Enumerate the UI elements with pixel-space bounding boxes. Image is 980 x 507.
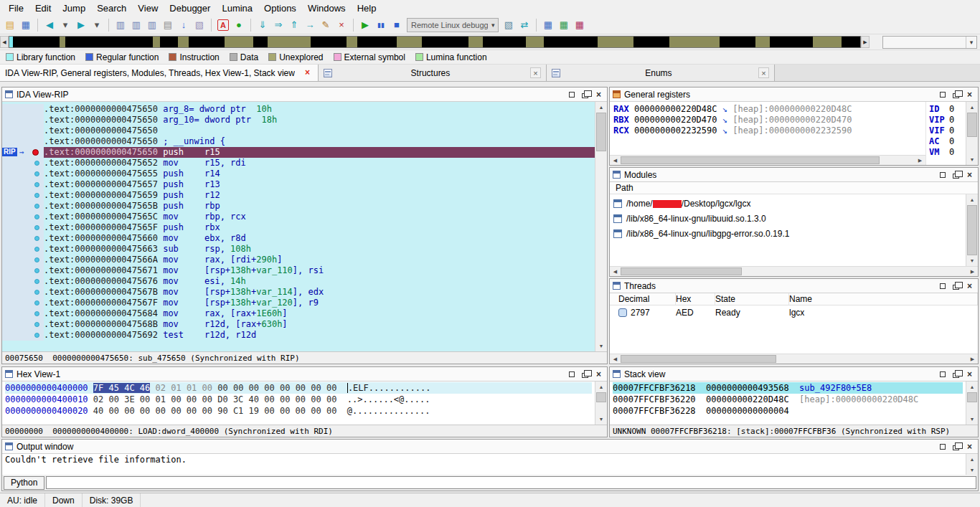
close-button[interactable]: ×: [964, 369, 975, 379]
close-button[interactable]: ×: [964, 89, 975, 100]
float-button[interactable]: [951, 369, 961, 379]
register-row[interactable]: RBX 000000000220D470 ↘ [heap]:0000000002…: [613, 115, 922, 125]
tab-close-icon[interactable]: ×: [530, 67, 541, 78]
tab-close-icon[interactable]: ×: [302, 67, 313, 78]
tab-close-icon[interactable]: ×: [758, 67, 769, 78]
scrollbar-track[interactable]: [621, 267, 967, 276]
ascii-string-icon[interactable]: A: [217, 19, 229, 31]
scroll-down-button[interactable]: ▼: [966, 255, 978, 266]
search-binary-icon[interactable]: ▥: [113, 18, 128, 32]
thread-row[interactable]: 2797AEDReadylgcx: [610, 305, 978, 320]
register-row[interactable]: RAX 000000000220D48C ↘ [heap]:0000000002…: [613, 104, 922, 115]
stack-row[interactable]: 00007FFCFBF36220 000000000220D48C [heap]…: [613, 394, 963, 405]
menu-options[interactable]: Options: [258, 1, 302, 16]
print-icon[interactable]: ▤: [161, 18, 175, 32]
disasm-line[interactable]: .text:0000000000475657 push r13: [2, 179, 595, 190]
stack-list[interactable]: 00007FFCFBF36218 0000000000493568 sub_49…: [610, 382, 966, 425]
float-button[interactable]: [580, 369, 590, 379]
hex-vscrollbar[interactable]: ▲ ▼: [595, 382, 607, 425]
pause-process-icon[interactable]: ▮▮: [374, 18, 388, 32]
disasm-line[interactable]: .text:0000000000475663 sub rsp, 108h: [2, 244, 595, 255]
python-button[interactable]: Python: [4, 476, 44, 490]
scrollbar-thumb[interactable]: [967, 113, 977, 137]
dropdown-icon[interactable]: ▾: [966, 37, 976, 48]
maximize-button[interactable]: [937, 369, 948, 379]
scrollbar-track[interactable]: [595, 113, 607, 341]
color-instruction-icon[interactable]: ▧: [192, 18, 207, 32]
column-header-hex[interactable]: Hex: [676, 293, 715, 305]
tab-ida-desktop[interactable]: IDA View-RIP, General registers, Modules…: [0, 65, 319, 81]
close-button[interactable]: ×: [964, 169, 975, 180]
menu-edit[interactable]: Edit: [29, 1, 57, 16]
output-lines[interactable]: Couldn't retrieve file information.: [2, 454, 966, 475]
float-button[interactable]: [580, 89, 590, 100]
close-button[interactable]: ×: [964, 280, 975, 291]
modules-hscrollbar[interactable]: ◀ ▶: [610, 266, 978, 276]
disasm-scrollbar[interactable]: ▲ ▼: [595, 102, 607, 351]
menu-jump[interactable]: Jump: [57, 1, 91, 16]
maximize-button[interactable]: [937, 280, 948, 291]
search-text-icon[interactable]: ▥: [129, 18, 143, 32]
python-input[interactable]: [46, 476, 976, 489]
continue-process-icon[interactable]: ▶: [358, 18, 372, 32]
scrollbar-thumb[interactable]: [621, 156, 880, 164]
navband-scroll-right-button[interactable]: ▶: [861, 36, 870, 48]
output-vscrollbar[interactable]: ▲ ▼: [966, 454, 978, 475]
disasm-line[interactable]: .text:000000000047566A mov rax, [rdi+290…: [2, 255, 595, 265]
disasm-line[interactable]: .text:000000000047567F mov [rsp+138h+var…: [2, 298, 595, 308]
scroll-down-button[interactable]: ▼: [595, 414, 607, 425]
hex-row[interactable]: 0000000000400010 02 00 3E 00 01 00 00 00…: [5, 394, 592, 405]
scrollbar-thumb[interactable]: [621, 355, 776, 363]
menu-search[interactable]: Search: [91, 1, 132, 16]
hex-dump[interactable]: 0000000000400000 7F 45 4C 46 02 01 01 00…: [2, 382, 595, 425]
scroll-right-button[interactable]: ▶: [967, 354, 978, 364]
step-over-icon[interactable]: ⇒: [271, 18, 286, 32]
scroll-up-button[interactable]: ▲: [966, 102, 978, 113]
debugger-setup-icon[interactable]: ▧: [501, 18, 516, 32]
flag-row[interactable]: VIF0: [929, 125, 963, 136]
scroll-down-button[interactable]: ▼: [595, 341, 607, 351]
register-row[interactable]: RCX 0000000002232590 ↘ [heap]:0000000002…: [613, 125, 922, 136]
maximize-button[interactable]: [566, 89, 577, 100]
stack-row[interactable]: 00007FFCFBF36228 0000000000000004: [613, 405, 963, 417]
jump-address-icon[interactable]: ↓: [176, 18, 191, 32]
scrollbar-track[interactable]: [621, 156, 915, 165]
edit-breakpoint-icon[interactable]: ✎: [319, 18, 333, 32]
menu-file[interactable]: File: [3, 1, 29, 16]
scroll-down-button[interactable]: ▼: [966, 465, 978, 475]
back-dropdown-icon[interactable]: ▾: [58, 18, 72, 32]
column-header-name[interactable]: Name: [789, 293, 978, 305]
remove-breakpoint-icon[interactable]: ×: [334, 18, 349, 32]
maximize-button[interactable]: [566, 369, 577, 379]
scroll-up-button[interactable]: ▲: [595, 102, 607, 113]
stack-row[interactable]: 00007FFCFBF36218 0000000000493568 sub_49…: [613, 382, 963, 394]
watch-window-icon[interactable]: ▦: [557, 18, 571, 32]
scroll-up-button[interactable]: ▲: [966, 454, 978, 465]
scrollbar-track[interactable]: [966, 113, 978, 154]
column-header-decimal[interactable]: Decimal: [618, 293, 676, 305]
disasm-line[interactable]: .text:000000000047565F push rbx: [2, 222, 595, 233]
maximize-button[interactable]: [937, 89, 948, 100]
forward-icon[interactable]: ▶: [74, 18, 88, 32]
maximize-button[interactable]: [937, 169, 948, 180]
scrollbar-thumb[interactable]: [967, 392, 977, 402]
scroll-up-button[interactable]: ▲: [966, 194, 978, 205]
run-until-return-icon[interactable]: ⇑: [287, 18, 301, 32]
back-icon[interactable]: ◀: [42, 18, 57, 32]
disasm-line[interactable]: .text:0000000000475650: [2, 125, 595, 136]
disasm-line[interactable]: .text:0000000000475684 mov rax, [rax+1E6…: [2, 308, 595, 319]
scroll-down-button[interactable]: ▼: [966, 154, 978, 165]
open-file-icon[interactable]: ▤: [3, 18, 17, 32]
float-button[interactable]: [951, 441, 961, 452]
flag-row[interactable]: ID0: [929, 104, 963, 115]
menu-view[interactable]: View: [132, 1, 164, 16]
disassembly-listing[interactable]: .text:0000000000475650 arg_8= dword ptr …: [2, 102, 595, 351]
disasm-line[interactable]: .text:0000000000475650 arg_8= dword ptr …: [2, 104, 595, 115]
scroll-right-button[interactable]: ▶: [915, 156, 925, 165]
maximize-button[interactable]: [937, 441, 948, 452]
registers-hscrollbar[interactable]: ◀ ▶: [610, 155, 925, 165]
stop-process-icon[interactable]: ■: [390, 18, 404, 32]
close-button[interactable]: ×: [593, 369, 604, 379]
scrollbar-thumb[interactable]: [596, 392, 606, 402]
scrollbar-track[interactable]: [595, 392, 607, 414]
